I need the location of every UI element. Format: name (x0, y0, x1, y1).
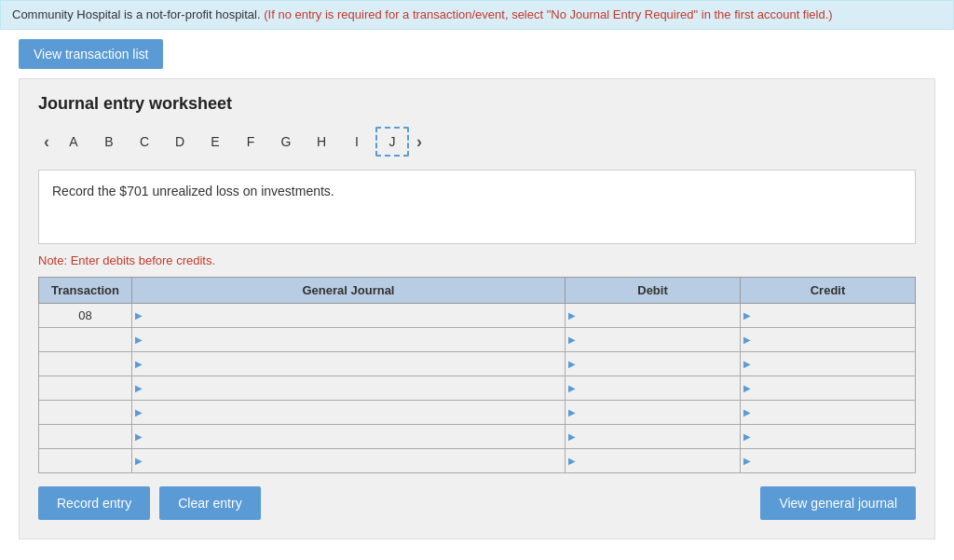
worksheet-title: Journal entry worksheet (38, 94, 916, 114)
arrow-icon: ▶ (135, 383, 143, 393)
col-header-debit: Debit (566, 278, 741, 304)
transaction-cell-0: 08 (39, 304, 132, 328)
debit-input-6[interactable] (576, 450, 740, 472)
clear-entry-button[interactable]: Clear entry (159, 486, 260, 520)
general-journal-cell-3[interactable]: ▶ (132, 376, 566, 401)
action-buttons-row: Record entry Clear entry View general jo… (38, 486, 916, 520)
tab-A[interactable]: A (57, 127, 90, 157)
transaction-cell-4 (39, 401, 132, 425)
debit-cell-1[interactable]: ▶ (566, 328, 741, 352)
col-header-transaction: Transaction (39, 278, 132, 304)
general-journal-input-0[interactable] (143, 305, 565, 327)
transaction-cell-1 (39, 328, 132, 352)
debit-input-3[interactable] (576, 377, 740, 400)
tab-D[interactable]: D (163, 127, 197, 157)
arrow-icon: ▶ (743, 407, 751, 417)
debit-input-1[interactable] (576, 329, 740, 351)
tab-J[interactable]: J (375, 127, 409, 157)
tab-H[interactable]: H (305, 127, 338, 157)
journal-table: Transaction General Journal Debit Credit… (38, 277, 916, 473)
credit-input-3[interactable] (751, 377, 915, 400)
arrow-icon: ▶ (568, 335, 576, 345)
arrow-icon: ▶ (743, 456, 751, 466)
arrow-icon: ▶ (743, 359, 751, 369)
general-journal-input-1[interactable] (143, 329, 565, 351)
transaction-cell-2 (39, 352, 132, 376)
col-header-credit: Credit (741, 278, 916, 304)
general-journal-input-6[interactable] (143, 450, 565, 472)
debit-cell-4[interactable]: ▶ (566, 401, 741, 425)
table-row: ▶▶▶ (39, 352, 916, 376)
table-row: 08▶▶▶ (39, 304, 916, 328)
credit-cell-5[interactable]: ▶ (741, 425, 916, 449)
worksheet-container: Journal entry worksheet ‹ A B C D E F G … (19, 78, 935, 540)
debit-cell-3[interactable]: ▶ (566, 376, 741, 401)
debit-input-0[interactable] (576, 305, 740, 327)
debit-input-5[interactable] (576, 426, 740, 448)
credit-input-6[interactable] (751, 450, 915, 472)
table-row: ▶▶▶ (39, 328, 916, 352)
description-box: Record the $701 unrealized loss on inves… (38, 170, 916, 244)
general-journal-cell-1[interactable]: ▶ (132, 328, 566, 352)
arrow-icon: ▶ (568, 383, 576, 393)
arrow-icon: ▶ (743, 383, 751, 393)
arrow-icon: ▶ (135, 431, 143, 442)
arrow-icon: ▶ (743, 335, 751, 345)
credit-cell-2[interactable]: ▶ (741, 352, 916, 376)
view-transaction-list-button[interactable]: View transaction list (19, 39, 163, 69)
debit-input-2[interactable] (576, 353, 740, 376)
notice-red-text: (If no entry is required for a transacti… (264, 7, 832, 21)
credit-cell-0[interactable]: ▶ (741, 304, 916, 328)
tab-F[interactable]: F (234, 127, 267, 157)
general-journal-cell-0[interactable]: ▶ (132, 304, 566, 328)
record-entry-button[interactable]: Record entry (38, 486, 150, 520)
tab-B[interactable]: B (92, 127, 126, 157)
credit-input-2[interactable] (751, 353, 915, 376)
arrow-icon: ▶ (135, 359, 143, 369)
credit-input-0[interactable] (751, 305, 915, 327)
debit-cell-0[interactable]: ▶ (566, 304, 741, 328)
arrow-icon: ▶ (135, 310, 143, 321)
tab-next-arrow[interactable]: › (411, 130, 428, 154)
tab-G[interactable]: G (269, 127, 303, 157)
arrow-icon: ▶ (743, 431, 751, 442)
debit-cell-5[interactable]: ▶ (566, 425, 741, 449)
arrow-icon: ▶ (568, 431, 576, 442)
credit-input-5[interactable] (751, 426, 915, 448)
general-journal-cell-6[interactable]: ▶ (132, 449, 566, 473)
credit-input-4[interactable] (751, 402, 915, 424)
arrow-icon: ▶ (568, 456, 576, 466)
general-journal-cell-4[interactable]: ▶ (132, 401, 566, 425)
arrow-icon: ▶ (568, 310, 576, 321)
arrow-icon: ▶ (568, 359, 576, 369)
note-text: Note: Enter debits before credits. (38, 253, 916, 267)
tab-I[interactable]: I (340, 127, 374, 157)
table-row: ▶▶▶ (39, 449, 916, 473)
general-journal-input-4[interactable] (143, 402, 565, 424)
credit-cell-4[interactable]: ▶ (741, 401, 916, 425)
table-row: ▶▶▶ (39, 401, 916, 425)
tab-E[interactable]: E (198, 127, 232, 157)
general-journal-input-3[interactable] (143, 377, 565, 400)
col-header-general-journal: General Journal (132, 278, 566, 304)
tab-C[interactable]: C (128, 127, 161, 157)
tab-prev-arrow[interactable]: ‹ (38, 130, 55, 154)
general-journal-input-5[interactable] (143, 426, 565, 448)
general-journal-cell-5[interactable]: ▶ (132, 425, 566, 449)
credit-cell-3[interactable]: ▶ (741, 376, 916, 401)
debit-cell-2[interactable]: ▶ (566, 352, 741, 376)
tab-navigation: ‹ A B C D E F G H I J › (38, 127, 916, 157)
transaction-cell-6 (39, 449, 132, 473)
view-general-journal-button[interactable]: View general journal (760, 486, 916, 520)
credit-input-1[interactable] (751, 329, 915, 351)
general-journal-input-2[interactable] (143, 353, 565, 376)
arrow-icon: ▶ (135, 335, 143, 345)
debit-input-4[interactable] (576, 402, 740, 424)
debit-cell-6[interactable]: ▶ (566, 449, 741, 473)
table-row: ▶▶▶ (39, 425, 916, 449)
transaction-cell-5 (39, 425, 132, 449)
credit-cell-6[interactable]: ▶ (741, 449, 916, 473)
general-journal-cell-2[interactable]: ▶ (132, 352, 566, 376)
arrow-icon: ▶ (743, 310, 751, 321)
credit-cell-1[interactable]: ▶ (741, 328, 916, 352)
